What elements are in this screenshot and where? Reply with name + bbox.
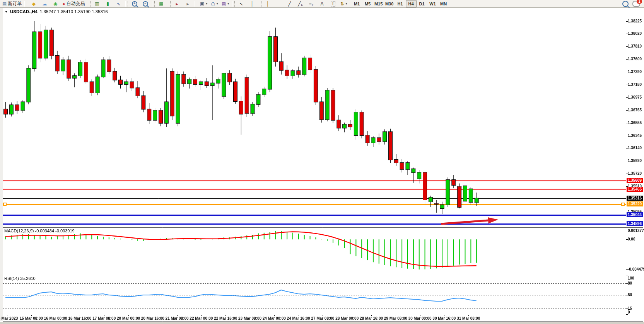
time-axis-label: 14 Mar 2023 (0, 316, 18, 321)
toolbar-separator (24, 1, 27, 7)
metatrader-app: ▤新订单◆☁◉●自动交易▥▮∿+−▦▸▸▣▾◷▾▤▾↖┼│─╱╱E≡FAT⇅▾ … (0, 0, 644, 324)
toolbar-separator (125, 1, 128, 7)
rsi-value: 35.2610 (20, 276, 36, 281)
arrows-button[interactable]: ⇅▾ (338, 0, 349, 8)
timeframe-m30[interactable]: M30 (384, 0, 395, 8)
rsi-scale-label: 100 (628, 276, 634, 280)
timeframe-m15[interactable]: M15 (373, 0, 384, 8)
time-axis-label: 23 Mar 08:00 (238, 316, 261, 321)
timeframe-w1[interactable]: W1 (427, 0, 438, 8)
price-badge: 1.35465 (627, 187, 643, 192)
line-chart-button[interactable]: ∿ (113, 0, 124, 8)
toolbar-separator (152, 1, 155, 7)
price-tick-label: 1.37180 (628, 82, 642, 87)
time-axis-label: 16 Mar 16:00 (68, 316, 91, 321)
chart-symbol-period: USDCAD-,H4 (10, 9, 38, 14)
rsi-pane-label: RSI(14) 35.2610 (4, 276, 36, 281)
timeframe-toolbar: M1M5M15M30H1H4D1W1MN (352, 0, 449, 8)
toolbar-separator (232, 1, 235, 7)
chart-shift-button[interactable]: ▸ (183, 0, 193, 8)
text-label-button[interactable]: T (328, 0, 338, 8)
candlestick-chart-button[interactable]: ▮ (102, 0, 113, 8)
cursor-button[interactable]: ↖ (236, 0, 247, 8)
price-tick-label: 1.36555 (628, 121, 642, 125)
main-toolbar: ▤新订单◆☁◉●自动交易▥▮∿+−▦▸▸▣▾◷▾▤▾↖┼│─╱╱E≡FAT⇅▾ … (0, 0, 644, 8)
rsi-scale-label: 50 (628, 293, 632, 297)
zoom-in-button[interactable]: + (129, 0, 140, 8)
time-axis-label: 30 Mar 00:00 (408, 316, 432, 321)
crosshair-button[interactable]: ┼ (247, 0, 258, 8)
timeframe-m5[interactable]: M5 (362, 0, 373, 8)
chart-ohlc-values: 1.35247 1.35410 1.35190 1.35316 (40, 9, 108, 14)
price-tick-label: 1.35930 (628, 159, 642, 163)
macd-name: MACD(12,26,9) (4, 229, 34, 233)
templates-button[interactable]: ▤▾ (220, 0, 231, 8)
price-tick-label: 1.36345 (628, 133, 642, 138)
time-axis-label: 31 Mar 08:00 (457, 316, 480, 321)
fibonacci-button[interactable]: ≡F (306, 0, 317, 8)
text-button[interactable]: A (317, 0, 328, 8)
price-tick-label: 1.36975 (628, 95, 642, 99)
new-chart-button[interactable]: ▣▾ (198, 0, 209, 8)
new-order-button[interactable]: ▤新订单 (1, 0, 23, 8)
signals-button[interactable]: ◉ (50, 0, 61, 8)
price-tick-label: 1.36140 (628, 146, 642, 150)
macd-signal-value: -0.003919 (55, 229, 75, 233)
rsi-scale-label: 80 (628, 281, 632, 285)
time-axis-label: 17 Mar 08:00 (92, 316, 116, 321)
price-tick-label: 1.38225 (628, 19, 642, 23)
chart-canvas[interactable] (0, 0, 644, 324)
timeframe-h4[interactable]: H4 (406, 0, 417, 8)
time-axis-label: 30 Mar 16:00 (432, 316, 456, 321)
time-axis-label: 20 Mar 16:00 (141, 316, 164, 321)
price-tick-label: 1.37600 (628, 57, 642, 61)
price-tick-label: 1.38020 (628, 31, 642, 36)
price-badge: 1.35044 (627, 212, 643, 217)
timeframe-h1[interactable]: H1 (395, 0, 406, 8)
time-axis-label: 28 Mar 16:00 (360, 316, 383, 321)
time-axis-label: 15 Mar 08:00 (20, 316, 43, 321)
tile-windows-button[interactable]: ▦ (156, 0, 167, 8)
price-badge: 1.34896 (627, 221, 643, 226)
price-badge: 1.35609 (627, 178, 643, 183)
chart-menu-icon[interactable]: ▼ (5, 10, 8, 14)
timeframe-d1[interactable]: D1 (417, 0, 427, 8)
time-axis-label: 29 Mar 08:00 (384, 316, 407, 321)
notifications-icon[interactable]: 1 (632, 1, 640, 7)
time-axis-label: 28 Mar 00:00 (335, 316, 359, 321)
zoom-out-button[interactable]: − (140, 0, 151, 8)
horizontal-line-button[interactable]: ─ (273, 0, 284, 8)
macd-scale-label: 0.00 (628, 237, 635, 241)
search-icon[interactable] (622, 1, 629, 7)
rsi-name: RSI(14) (4, 276, 19, 281)
metaeditor-button[interactable]: ◆ (28, 0, 39, 8)
toolbar-separator (195, 1, 197, 7)
macd-main-value: -0.003484 (35, 229, 54, 233)
time-axis-label: 21 Mar 08:00 (166, 316, 189, 321)
toolbar-separator (88, 1, 91, 7)
rsi-scale-label: 0 (628, 310, 630, 314)
macd-pane-label: MACD(12,26,9) -0.003484 -0.003919 (4, 229, 75, 233)
time-axis-label: 16 Mar 00:00 (44, 316, 67, 321)
virtual-hosting-button[interactable]: ☁ (39, 0, 50, 8)
price-badge: 1.35220 (627, 201, 643, 206)
toolbar-separator (259, 1, 261, 7)
price-tick-label: 1.37810 (628, 44, 642, 48)
toolbar-right-group: 1 (622, 1, 643, 7)
timeframe-m1[interactable]: M1 (352, 0, 362, 8)
bar-chart-button[interactable]: ▥ (92, 0, 102, 8)
trendline-button[interactable]: ╱ (284, 0, 295, 8)
notification-count-badge: 1 (637, 0, 642, 4)
timeframe-mn[interactable]: MN (438, 0, 449, 8)
auto-trading-button[interactable]: ●自动交易 (61, 0, 86, 8)
profiles-button[interactable]: ◷▾ (209, 0, 220, 8)
auto-scroll-button[interactable]: ▸ (172, 0, 183, 8)
time-axis-label: 22 Mar 00:00 (190, 316, 213, 321)
price-tick-label: 1.37390 (628, 70, 642, 74)
vertical-line-button[interactable]: │ (263, 0, 273, 8)
time-axis-label: 22 Mar 16:00 (214, 316, 237, 321)
time-axis-label: 24 Mar 00:00 (263, 316, 286, 321)
macd-scale-label: 0.001277 (628, 229, 644, 233)
channel-button[interactable]: ╱E (295, 0, 306, 8)
price-tick-label: 1.35720 (628, 171, 642, 176)
